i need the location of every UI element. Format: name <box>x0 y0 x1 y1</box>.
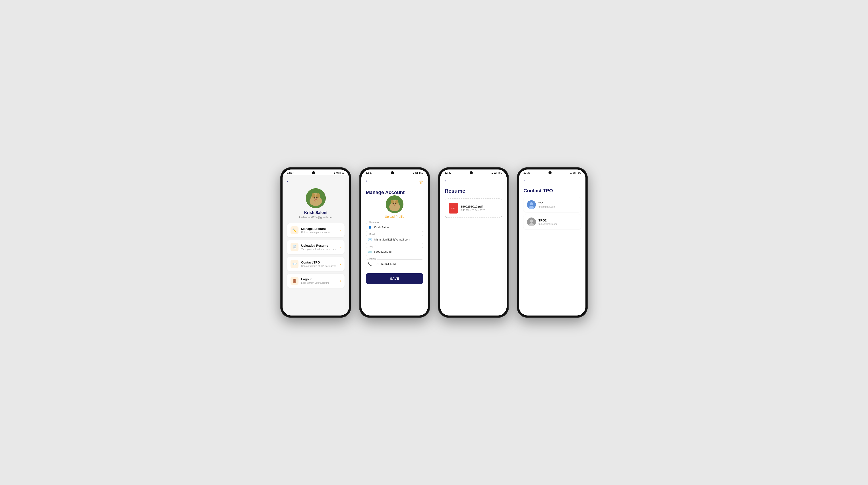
back-button-3[interactable]: ‹ <box>445 179 446 184</box>
status-bar-3: 12:37 ▲ WiFi 5G <box>440 169 507 175</box>
back-button-1[interactable]: ‹ <box>287 179 288 184</box>
status-icons-4: ▲ WiFi 5G <box>570 172 581 174</box>
username-icon: 👤 <box>368 226 372 229</box>
manage-account-title: Manage Account <box>301 227 340 231</box>
pdf-size: 0.43 Mb <box>461 209 469 212</box>
email-icon: ✉️ <box>368 238 372 241</box>
sapid-input[interactable] <box>366 247 423 256</box>
pdf-date: 23 Feb 2023 <box>471 209 485 212</box>
contact-avatar-tpo2 <box>527 218 536 226</box>
svg-point-5 <box>314 197 315 198</box>
svg-point-14 <box>395 203 396 204</box>
username-field: Username 👤 <box>366 223 423 232</box>
manage-account-arrow-icon: › <box>340 229 341 232</box>
resume-page-title: Resume <box>445 188 502 194</box>
back-button-2[interactable]: ‹ <box>366 179 367 184</box>
save-button[interactable]: SAVE <box>366 273 423 284</box>
pdf-info: 1S00256C10.pdf 0.43 Mb · 23 Feb 2023 <box>461 205 485 212</box>
contact-tpo-page-title: Contact TPO <box>523 188 581 194</box>
pdf-label: PDF <box>452 207 455 209</box>
tpo1-name: tpo <box>538 201 556 205</box>
menu-item-contact-tpo[interactable]: 📨 Contact TPO Contact details of TPO are… <box>287 257 345 271</box>
uploaded-resume-icon: 📄 <box>290 243 299 251</box>
contact-card-tpo1[interactable]: tpo tpo@gmail.com <box>523 197 581 212</box>
contact-avatar-tpo1 <box>527 200 536 209</box>
sapid-label: Sap ID <box>368 246 377 248</box>
logout-title: Logout <box>301 278 340 281</box>
signal-icon-4: ▲ <box>570 172 572 174</box>
uploaded-resume-title: Uploaded Resume <box>301 244 340 247</box>
logout-icon: 🚪 <box>290 277 299 285</box>
pdf-icon: PDF <box>448 203 458 214</box>
profile-section: Krish Saloni krishsaloni1234@gmail.com <box>287 188 345 219</box>
status-icons-2: ▲ WiFi 5G <box>412 172 423 174</box>
mobile-icon: 📞 <box>368 262 372 266</box>
screens-container: 12:37 ▲ WiFi 5G ‹ <box>280 167 588 318</box>
wifi-icon-1: WiFi <box>336 172 341 174</box>
svg-point-20 <box>530 220 533 223</box>
contact-tpo-arrow-icon: › <box>340 262 341 266</box>
contact-card-tpo2[interactable]: TPO2 tpo2@gmail.com <box>523 215 581 229</box>
camera-notch-3 <box>470 171 473 174</box>
camera-notch-2 <box>391 171 394 174</box>
time-3: 12:37 <box>445 171 452 174</box>
manage-account-icon: ✏️ <box>290 226 299 234</box>
upload-avatar[interactable] <box>386 195 403 213</box>
logout-arrow-icon: › <box>340 279 341 283</box>
status-bar-2: 12:37 ▲ WiFi 5G <box>361 169 428 175</box>
contact-tpo-subtitle: Contact details of TPO are given <box>301 265 340 267</box>
sapid-icon: 🪪 <box>368 250 372 254</box>
signal-icon-2: ▲ <box>412 172 414 174</box>
upload-profile-label[interactable]: Upload Profile <box>385 215 404 218</box>
mobile-input[interactable] <box>366 259 423 268</box>
back-button-4[interactable]: ‹ <box>523 179 525 184</box>
menu-item-uploaded-resume[interactable]: 📄 Uploaded Resume View your uploaded res… <box>287 240 345 254</box>
pdf-card[interactable]: PDF 1S00256C10.pdf 0.43 Mb · 23 Feb 2023 <box>445 198 502 218</box>
screen1-content: ‹ <box>283 175 349 316</box>
profile-name: Krish Saloni <box>304 211 327 215</box>
tpo2-name: TPO2 <box>538 219 557 222</box>
username-input[interactable] <box>366 223 423 232</box>
phone-4: 12:38 ▲ WiFi 5G ‹ Contact TPO <box>517 167 588 318</box>
status-bar-1: 12:37 ▲ WiFi 5G <box>283 169 349 175</box>
menu-item-logout[interactable]: 🚪 Logout Logout from your account › <box>287 274 345 288</box>
manage-header: ‹ 🗑 <box>366 179 423 186</box>
phone-2: 12:37 ▲ WiFi 5G ‹ 🗑 Manage Account <box>359 167 430 318</box>
screen2-content: ‹ 🗑 Manage Account <box>361 175 428 316</box>
battery-icon-1: 5G <box>342 172 345 174</box>
time-4: 12:38 <box>523 171 530 174</box>
profile-email: krishsaloni1234@gmail.com <box>299 216 332 219</box>
menu-item-manage-account[interactable]: ✏️ Manage Account Edit or delete your ac… <box>287 223 345 237</box>
mobile-field: Mobile 📞 <box>366 259 423 268</box>
wifi-icon-3: WiFi <box>494 172 499 174</box>
uploaded-resume-arrow-icon: › <box>340 246 341 249</box>
signal-icon-1: ▲ <box>334 172 336 174</box>
pdf-filename: 1S00256C10.pdf <box>461 205 485 208</box>
sapid-field: Sap ID 🪪 <box>366 247 423 256</box>
time-2: 12:37 <box>366 171 373 174</box>
wifi-icon-2: WiFi <box>415 172 420 174</box>
upload-profile-section: Upload Profile <box>366 195 423 218</box>
trash-icon[interactable]: 🗑 <box>419 180 423 185</box>
phone-3: 12:37 ▲ WiFi 5G ‹ Resume PDF 1S00256C10.… <box>438 167 509 318</box>
profile-avatar <box>306 188 326 208</box>
pdf-meta: 0.43 Mb · 23 Feb 2023 <box>461 209 485 212</box>
camera-notch-1 <box>312 171 315 174</box>
contact-tpo-title: Contact TPO <box>301 261 340 264</box>
svg-point-17 <box>530 202 533 205</box>
email-input[interactable] <box>366 235 423 244</box>
tpo2-email: tpo2@gmail.com <box>538 223 557 225</box>
mobile-label: Mobile <box>368 258 377 260</box>
screen4-content: ‹ Contact TPO tpo tpo@gmail.com <box>519 175 585 316</box>
manage-account-subtitle: Edit or delete your account <box>301 231 340 234</box>
contact-tpo-icon: 📨 <box>290 260 299 268</box>
svg-point-13 <box>393 203 394 204</box>
battery-icon-2: 5G <box>421 172 423 174</box>
logout-subtitle: Logout from your account <box>301 282 340 284</box>
camera-notch-4 <box>549 171 552 174</box>
username-label: Username <box>368 221 380 224</box>
status-bar-4: 12:38 ▲ WiFi 5G <box>519 169 585 175</box>
svg-point-6 <box>316 197 317 198</box>
time-1: 12:37 <box>287 171 294 174</box>
svg-point-7 <box>315 199 317 200</box>
